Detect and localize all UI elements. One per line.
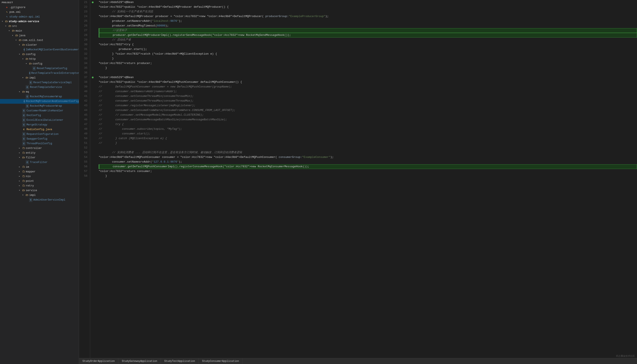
file-icon: C (26, 94, 29, 99)
sidebar-item-ResetTemplateService[interactable]: CResetTemplateService (0, 85, 79, 90)
bottom-tab-0[interactable]: StudyOrderApplication (79, 358, 118, 364)
tree-arrow: ▾ (5, 24, 8, 28)
bottom-tab-3[interactable]: StudyConsumerApplication (199, 358, 243, 364)
sidebar-item-label: filter (26, 156, 36, 160)
sidebar-item-label: java (19, 34, 26, 38)
file-icon: C (22, 128, 26, 132)
sidebar-item-label: mq (26, 90, 29, 94)
tree-arrow: ▾ (19, 43, 22, 47)
sidebar-item-java[interactable]: ▾🗁java (0, 33, 79, 38)
sidebar-item-label: src (12, 24, 17, 28)
sidebar-item-im[interactable]: ▸🗀im (0, 165, 79, 170)
sidebar-item-mq[interactable]: ▾🗁mq (0, 90, 79, 94)
sidebar-item-ResetTemplateServiceImpl[interactable]: CResetTemplateServiceImpl (0, 80, 79, 85)
folder-icon: 🗁 (12, 29, 15, 33)
file-icon: C (29, 71, 31, 75)
sidebar-item-label: ResetTemplateServiceImpl (33, 80, 72, 85)
sidebar-item-pom[interactable]: ✎pom.xml (0, 10, 79, 14)
sidebar-item-controller[interactable]: ▸🗀controller (0, 146, 79, 151)
sidebar-item-RocketMqConsumerWrap[interactable]: CRocketMqConsumerWrap (0, 94, 79, 99)
sidebar-item-src[interactable]: ▾🗁src (0, 24, 79, 28)
folder-icon: 🗁 (15, 34, 18, 38)
sidebar-item-label: point (26, 179, 34, 183)
sidebar-item-RocketMqProducerAndConsumerConfig[interactable]: CRocketMqProducerAndConsumerConfig (0, 99, 79, 104)
sidebar-item-label: ResetTemplateService (30, 85, 62, 90)
sidebar-item-impl2[interactable]: ▾🗁impl (0, 193, 79, 198)
folder-icon: 🗁 (19, 38, 22, 42)
sidebar-item-config[interactable]: ▾🗁config (0, 52, 79, 57)
file-icon: C (26, 160, 29, 164)
sidebar-item-SwaggerConfig[interactable]: CSwaggerConfig (0, 136, 79, 141)
bottom-tabs-bar: StudyOrderApplicationStudyGatewayApplica… (79, 358, 637, 364)
sidebar-item-RocketMqProducerWrap[interactable]: CRocketMqProducerWrap (0, 104, 79, 108)
sidebar-item-ResetTemplateConfig[interactable]: CResetTemplateConfig (0, 66, 79, 71)
sidebar-item-DocConfig[interactable]: CDocConfig (0, 113, 79, 118)
code-line-52 (99, 146, 637, 150)
tree-arrow: ▾ (26, 62, 29, 66)
sidebar-item-label: RequestConfiguration (27, 132, 59, 136)
folder-icon: 🗁 (29, 62, 32, 66)
tree-arrow: ▾ (22, 76, 25, 80)
folder-icon: 🗁 (22, 90, 25, 94)
sidebar-item-com.xzll.test[interactable]: ▾🗁com.xzll.test (0, 38, 79, 43)
sidebar-item-label: RestTemplateTraceIdInterceptor (31, 71, 79, 75)
sidebar-item-service[interactable]: ▾🗁service (0, 188, 79, 193)
sidebar-item-config2[interactable]: ▾🗁config (0, 62, 79, 66)
sidebar-item-label: config (33, 62, 42, 66)
sidebar-item-entity[interactable]: ▸🗀entity (0, 151, 79, 155)
sidebar-item-RequestConfiguration[interactable]: CRequestConfiguration (0, 132, 79, 136)
sidebar-item-http[interactable]: ▾🗁http (0, 57, 79, 62)
file-icon: C (29, 80, 33, 85)
sidebar-item-label: RocketMqConsumerWrap (30, 94, 62, 99)
sidebar-item-gitignore[interactable]: ⊗.gitignore (0, 5, 79, 10)
sidebar-item-label: entity (26, 151, 36, 155)
bottom-tab-1[interactable]: StudyGatewayApplication (118, 358, 161, 364)
code-line-43: // consumer.registerMessageListener(mqMs… (99, 103, 637, 108)
sidebar-item-impl[interactable]: ▾🗁impl (0, 76, 79, 80)
sidebar-item-label: ResetTemplateConfig (37, 66, 67, 70)
code-line-31: producer.start(); (99, 47, 637, 52)
sidebar-item-study-admin-service[interactable]: ▾🗁study-admin-service (0, 19, 79, 24)
sidebar-item-CustomerRowWriteHandler[interactable]: CCustomerRowWriteHandler (0, 108, 79, 113)
sidebar-item-filter[interactable]: ▾🗁filter (0, 155, 79, 160)
code-line-57: "color:#cc7832">return consumer; (99, 169, 637, 174)
sidebar-item-point[interactable]: ▸🗀point (0, 179, 79, 184)
sidebar-item-label: ThreadPoolConfig (27, 142, 52, 146)
sidebar-item-AdminUserServiceImpl[interactable]: CAdminUserServiceImpl (0, 198, 79, 202)
sidebar-item-study-admin-api[interactable]: ✎study-admin-api.iml (0, 14, 79, 19)
sidebar-item-RedisConfig[interactable]: CRedisConfig.java (0, 127, 79, 132)
tree-arrow: ▾ (15, 38, 18, 42)
tree-arrow: ▾ (22, 57, 25, 61)
sidebar-item-ThreadPoolConfig[interactable]: CThreadPoolConfig (0, 141, 79, 146)
sidebar-item-nio[interactable]: ▸🗀nio (0, 174, 79, 179)
file-icon: C (22, 118, 26, 122)
file-icon: C (22, 132, 26, 136)
sidebar-item-RestTemplateTraceIdInterceptor[interactable]: CRestTemplateTraceIdInterceptor (0, 71, 79, 76)
sidebar-item-main[interactable]: ▾🗁main (0, 28, 79, 33)
tree-arrow: ▾ (19, 188, 22, 193)
sidebar-item-TraceFilter[interactable]: CTraceFilter (0, 160, 79, 165)
sidebar-item-label: pom.xml (10, 10, 21, 14)
file-icon: C (22, 123, 26, 127)
code-content: "color:#bbb529">@Bean "color:#cc7832">pu… (95, 0, 637, 358)
sidebar-item-mapper[interactable]: ▸🗀mapper (0, 170, 79, 174)
sidebar-item-label: mapper (26, 170, 36, 174)
bottom-tab-2[interactable]: StudyTestApplication (161, 358, 199, 364)
sidebar-item-retry[interactable]: ▸🗀retry (0, 184, 79, 188)
sidebar-item-label: controller (26, 146, 42, 150)
sidebar-item-cluster[interactable]: ▾🗁cluster (0, 43, 79, 47)
tree-arrow: ▸ (19, 174, 22, 178)
tree-arrow: ▾ (19, 90, 22, 94)
sidebar-item-MergeStrategy[interactable]: CMergeStrategy (0, 122, 79, 127)
file-icon: C (24, 99, 25, 104)
watermark: 码土圈金技术社区 (616, 354, 635, 358)
file-icon: C (29, 198, 33, 202)
file-icon: C (22, 108, 26, 113)
sidebar-item-ImRocketMQClusterEventBusConsumer[interactable]: CImRocketMQClusterEventBusConsumer (0, 47, 79, 52)
sidebar-item-Excel2ExcelDataListener[interactable]: CExcel2ExcelDataListener (0, 118, 79, 122)
code-line-58: } (99, 174, 637, 178)
folder-icon: 🗁 (22, 43, 25, 47)
sidebar-item-label: impl (29, 193, 36, 197)
sidebar-item-label: impl (29, 76, 36, 80)
code-area: 2122232425262728293031323334353637383940… (79, 0, 637, 358)
